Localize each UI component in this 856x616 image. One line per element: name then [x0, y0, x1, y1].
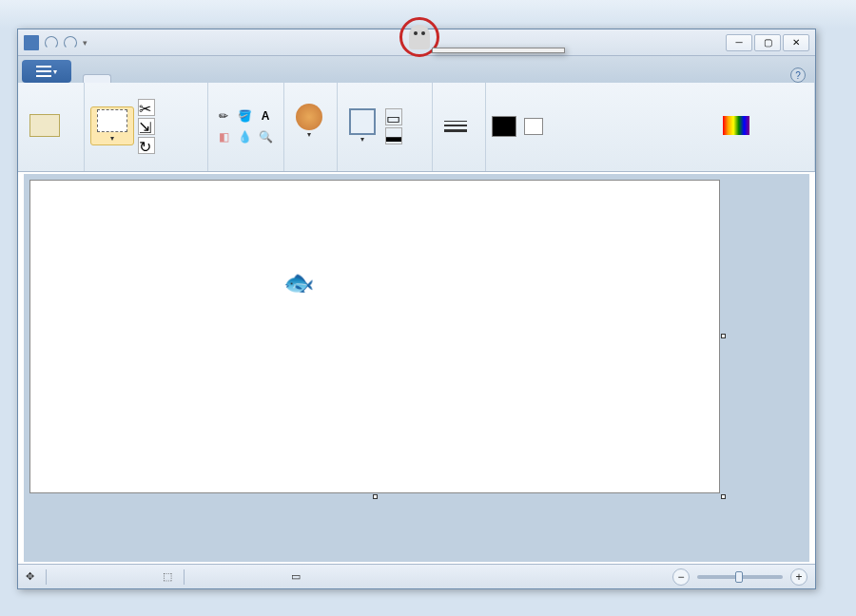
svg-rect-1: [36, 70, 51, 72]
svg-rect-0: [36, 66, 51, 67]
group-image-label: [90, 165, 202, 167]
tab-home[interactable]: [83, 74, 111, 83]
ghost-context-menu: [432, 48, 565, 53]
group-colors-label: [492, 165, 808, 167]
shapes-button[interactable]: ▾: [343, 106, 381, 145]
magnifier-icon[interactable]: 🔍: [256, 127, 275, 146]
crop-icon[interactable]: ✂: [138, 99, 155, 116]
pencil-icon[interactable]: ✏: [214, 106, 233, 125]
canvas-viewport: [24, 174, 809, 562]
brushes-button[interactable]: ▾: [290, 102, 328, 141]
group-clipboard-label: [24, 165, 78, 167]
resize-icon[interactable]: ⇲: [138, 118, 155, 135]
svg-rect-2: [36, 75, 51, 77]
zoom-in-button[interactable]: +: [790, 568, 807, 586]
resize-handle[interactable]: [373, 494, 378, 499]
minimize-button[interactable]: ─: [726, 34, 752, 51]
paint-menu-button[interactable]: ▾: [22, 60, 71, 83]
zoom-slider[interactable]: [697, 575, 783, 579]
group-tools-label: [214, 165, 278, 167]
color2-button[interactable]: [524, 118, 543, 135]
canvas-size-icon: ▭: [291, 570, 301, 583]
group-size-label: [438, 165, 479, 167]
paint-window: ▾ ─ ▢ ✕ ▾ ?: [17, 29, 816, 589]
color-palette: [551, 110, 711, 142]
paste-button[interactable]: [24, 112, 66, 141]
picker-icon[interactable]: 💧: [235, 127, 254, 146]
tab-view[interactable]: [111, 75, 138, 83]
selection-icon: ⬚: [163, 570, 172, 583]
ghost-icon[interactable]: [409, 25, 430, 49]
close-button[interactable]: ✕: [783, 34, 809, 51]
help-icon[interactable]: ?: [790, 67, 806, 83]
group-shapes-label: [343, 165, 426, 167]
rotate-icon[interactable]: ↻: [138, 137, 155, 154]
select-button[interactable]: ▾: [90, 106, 134, 145]
statusbar: ✥ ⬚ ▭ − +: [18, 564, 815, 588]
undo-icon[interactable]: [45, 36, 58, 49]
move-cursor-icon: ✥: [26, 570, 34, 583]
color1-button[interactable]: [492, 116, 516, 137]
fill-shape-icon[interactable]: ▬: [385, 127, 402, 144]
text-icon[interactable]: A: [256, 106, 275, 125]
ribbon: ▾ ✂ ⇲ ↻ ✏ 🪣 A ◧ 💧 🔍: [18, 83, 815, 172]
maximize-button[interactable]: ▢: [754, 34, 781, 51]
watermark-fish-icon: 🐟: [283, 268, 314, 298]
save-icon[interactable]: [24, 35, 39, 50]
edit-colors-button[interactable]: [715, 114, 757, 139]
ribbon-tabs: ▾ ?: [18, 56, 815, 83]
size-button[interactable]: [438, 113, 473, 140]
resize-handle[interactable]: [721, 494, 726, 499]
zoom-out-button[interactable]: −: [672, 568, 690, 586]
resize-handle[interactable]: [721, 334, 726, 338]
fill-icon[interactable]: 🪣: [235, 106, 254, 125]
group-brushes-spacer: [290, 155, 331, 167]
outline-icon[interactable]: ▭: [385, 108, 402, 125]
redo-icon[interactable]: [64, 36, 77, 49]
canvas[interactable]: [29, 180, 720, 493]
qat-dropdown-icon[interactable]: ▾: [83, 38, 88, 48]
tools-grid: ✏ 🪣 A ◧ 💧 🔍: [214, 106, 275, 146]
eraser-icon[interactable]: ◧: [214, 127, 233, 146]
